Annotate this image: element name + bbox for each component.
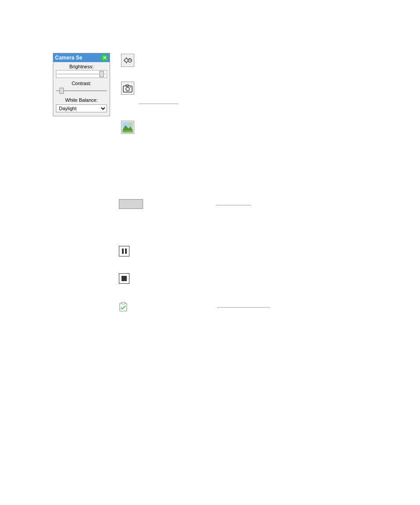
contrast-slider[interactable] bbox=[56, 87, 107, 95]
white-balance-label: White Balance: bbox=[56, 97, 107, 103]
camera-settings-panel: Camera Se ✕ Brightness: Contrast: White … bbox=[53, 53, 110, 116]
contrast-track bbox=[56, 90, 107, 91]
camera-settings-titlebar: Camera Se ✕ bbox=[53, 53, 110, 62]
brightness-slider[interactable] bbox=[56, 70, 107, 78]
pause-icon bbox=[122, 249, 127, 254]
clipboard-icon-button[interactable] bbox=[119, 302, 128, 312]
contrast-label: Contrast: bbox=[56, 81, 107, 86]
image-icon-button[interactable] bbox=[121, 121, 134, 134]
svg-point-0 bbox=[125, 59, 128, 62]
stop-icon bbox=[122, 276, 127, 281]
svg-point-14 bbox=[129, 123, 132, 126]
camera-settings-title: Camera Se bbox=[55, 55, 82, 61]
camera-icon bbox=[123, 83, 133, 93]
svg-point-10 bbox=[130, 87, 131, 88]
svg-rect-7 bbox=[123, 86, 132, 92]
gray-action-button[interactable] bbox=[119, 199, 143, 209]
camera-settings-body: Brightness: Contrast: White Balance: Day… bbox=[53, 62, 110, 116]
contrast-thumb[interactable] bbox=[59, 88, 64, 94]
brightness-label: Brightness: bbox=[56, 64, 107, 69]
separator-line-1 bbox=[139, 104, 178, 104]
svg-rect-16 bbox=[122, 302, 125, 304]
white-balance-select[interactable]: Daylight Cloudy Tungsten Fluorescent Aut… bbox=[56, 104, 107, 112]
separator-line-3 bbox=[217, 307, 270, 308]
svg-rect-13 bbox=[122, 130, 133, 133]
camera-icon-button[interactable] bbox=[121, 82, 134, 95]
brightness-thumb[interactable] bbox=[99, 71, 104, 77]
close-button[interactable]: ✕ bbox=[101, 54, 108, 61]
pause-button[interactable] bbox=[119, 246, 129, 256]
stop-button[interactable] bbox=[119, 273, 129, 284]
separator-line-2 bbox=[216, 205, 251, 205]
brightness-track bbox=[57, 74, 106, 74]
svg-point-8 bbox=[126, 87, 129, 91]
svg-rect-15 bbox=[120, 303, 127, 311]
settings-icon-button[interactable] bbox=[121, 54, 134, 67]
image-icon bbox=[122, 122, 133, 133]
clipboard-icon bbox=[119, 302, 128, 312]
settings-icon bbox=[123, 56, 133, 65]
